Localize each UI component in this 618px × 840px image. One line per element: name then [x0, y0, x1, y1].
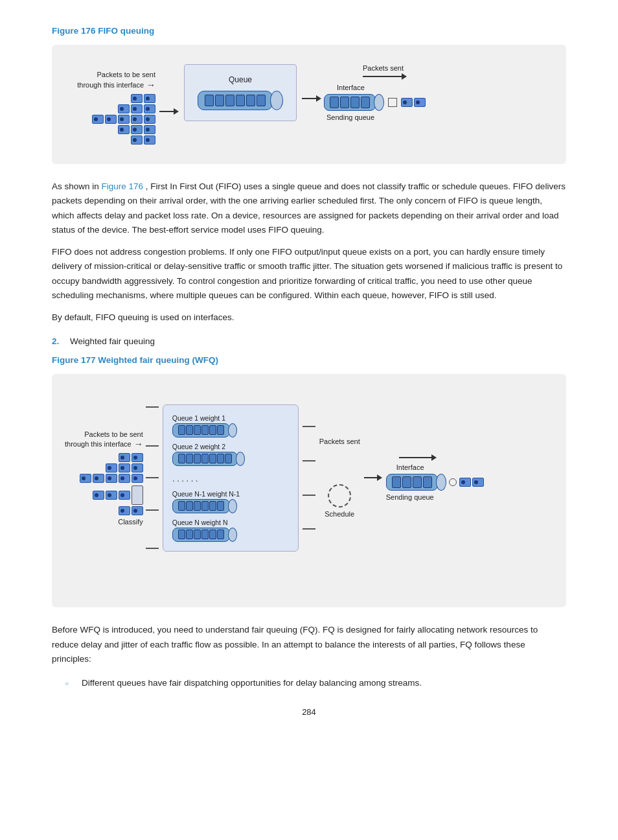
text-content-wfq: Before WFQ is introduced, you need to un…	[52, 623, 566, 666]
wfq-interface-label: Interface	[396, 463, 424, 471]
fifo-sending-queue-label: Sending queue	[326, 113, 374, 121]
wfq-packets-label: Packets to be sent	[84, 430, 143, 438]
wfq-dots: ......	[172, 472, 289, 484]
numbered-item-2: 2. Weighted fair queuing	[52, 336, 566, 346]
wfq-queue2-label: Queue 2 weight 2	[172, 443, 225, 450]
wfq-through-label: through this interface →	[65, 439, 143, 449]
paragraph-3: By default, FIFO queuing is used on inte…	[52, 310, 566, 325]
wfq-schedule-label: Schedule	[325, 510, 354, 518]
paragraph-2: FIFO does not address congestion problem…	[52, 245, 566, 303]
paragraph-4: Before WFQ is introduced, you need to un…	[52, 623, 566, 666]
fifo-packets-label: Packets to be sent	[97, 71, 156, 78]
wfq-classify-label: Classify	[118, 518, 143, 526]
figure-177-diagram: Packets to be sent through this interfac…	[52, 374, 566, 607]
page-number: 284	[52, 707, 566, 717]
wfq-sending-queue-label: Sending queue	[386, 493, 434, 501]
figure176-link[interactable]: Figure 176	[102, 181, 144, 191]
fifo-packets-sent-label: Packets sent	[363, 64, 404, 72]
figure-177-title: Figure 177 Weighted fair queuing (WFQ)	[52, 355, 566, 365]
figure-176-diagram: Packets to be sent through this interfac…	[52, 45, 566, 164]
fifo-interface-label: Interface	[337, 84, 365, 91]
text-content-fifo: As shown in Figure 176 , First In First …	[52, 180, 566, 325]
fifo-queue-label: Queue	[229, 75, 252, 84]
wfq-queue1-label: Queue 1 weight 1	[172, 414, 225, 422]
bullet-item-1: ○ Different queues have fair dispatching…	[65, 678, 566, 688]
wfq-queueN-label: Queue N weight N	[172, 519, 228, 526]
figure-176-title: Figure 176 FIFO queuing	[52, 26, 566, 36]
fifo-through-label: through this interface →	[77, 80, 155, 90]
wfq-queueN1-label: Queue N-1 weight N-1	[172, 490, 240, 498]
wfq-packets-sent-label: Packets sent	[319, 438, 360, 445]
schedule-circle	[328, 484, 351, 508]
page: Figure 176 FIFO queuing Packets to be se…	[0, 0, 618, 840]
